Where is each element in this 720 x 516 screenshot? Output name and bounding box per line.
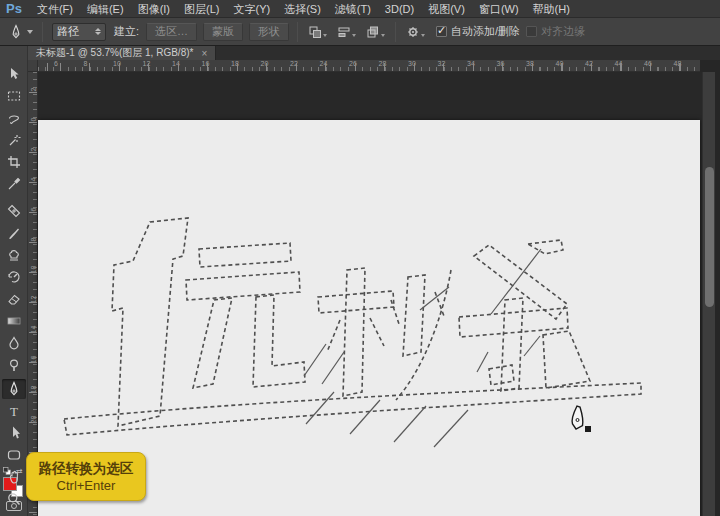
make-shape-button[interactable]: 形状 [249, 23, 289, 41]
dodge-tool[interactable] [2, 355, 26, 375]
path-arrangement-button[interactable] [363, 23, 388, 41]
photoshop-logo: Ps [0, 1, 30, 16]
clone-stamp-tool[interactable] [2, 245, 26, 265]
select-arrows-icon [95, 28, 101, 35]
magic-wand-tool[interactable] [2, 130, 26, 150]
document-title: 未标题-1 @ 53.7%(图层 1, RGB/8)* [36, 46, 193, 60]
chevron-down-icon [27, 30, 33, 34]
pen-icon [8, 24, 24, 40]
tools-panel: ⇄ T [0, 46, 28, 516]
hruler-number: 44 [615, 60, 623, 67]
zoom-tool[interactable] [2, 489, 26, 509]
separator [395, 22, 396, 42]
hand-tool[interactable] [2, 467, 26, 487]
scrollbar-thumb[interactable] [705, 167, 714, 307]
shape-tool[interactable] [2, 445, 26, 465]
healing-brush-tool[interactable] [2, 201, 26, 221]
separator [297, 22, 298, 42]
vruler-number: 12 [30, 296, 37, 304]
crop-tool[interactable] [2, 152, 26, 172]
lasso-tool[interactable] [2, 108, 26, 128]
pen-tool-preset[interactable] [0, 24, 37, 40]
menu-item-5[interactable]: 选择(S) [277, 3, 328, 15]
vruler-number: 16 [30, 356, 37, 364]
vruler-number: 14 [30, 326, 37, 334]
menu-item-2[interactable]: 图像(I) [131, 3, 177, 15]
chevron-down-icon [381, 34, 385, 37]
document-tab[interactable]: 未标题-1 @ 53.7%(图层 1, RGB/8)* × [28, 46, 216, 60]
type-tool[interactable]: T [2, 401, 26, 421]
hruler-number: 14 [172, 60, 180, 67]
gradient-tool[interactable] [2, 311, 26, 331]
vruler-number: 18 [30, 386, 37, 394]
blur-tool[interactable] [2, 333, 26, 353]
pen-settings-button[interactable] [403, 23, 428, 41]
menu-item-8[interactable]: 视图(V) [421, 3, 472, 15]
path-alignment-button[interactable] [334, 23, 359, 41]
gear-icon [406, 25, 420, 39]
hruler-number: 42 [585, 60, 593, 67]
tool-mode-select[interactable]: 路径 [52, 23, 106, 41]
hruler-number: 40 [556, 60, 564, 67]
menu-item-6[interactable]: 滤镜(T) [328, 3, 378, 15]
hruler-number: 18 [231, 60, 239, 67]
chevron-down-icon [323, 34, 327, 37]
align-edges-checkbox[interactable] [526, 26, 537, 37]
menu-item-3[interactable]: 图层(L) [177, 3, 226, 15]
vruler-number: 0 [30, 116, 37, 124]
hruler-number: 20 [261, 60, 269, 67]
menu-item-4[interactable]: 文字(Y) [226, 3, 277, 15]
ruler-corner [28, 60, 38, 72]
move-tool[interactable] [2, 64, 26, 84]
menu-item-9[interactable]: 窗口(W) [472, 3, 526, 15]
menu-item-1[interactable]: 编辑(E) [80, 3, 131, 15]
vruler-number: 10 [30, 266, 37, 274]
vruler-number: 8 [30, 236, 37, 244]
eraser-tool[interactable] [2, 289, 26, 309]
hruler-number: 36 [497, 60, 505, 67]
hruler-number: 34 [467, 60, 475, 67]
hruler-number: 48 [674, 60, 682, 67]
marquee-tool[interactable] [2, 86, 26, 106]
vruler-number: 20 [30, 416, 37, 424]
auto-add-delete-label: 自动添加/删除 [451, 24, 520, 39]
menu-item-10[interactable]: 帮助(H) [526, 3, 577, 15]
path-selection-tool[interactable] [2, 423, 26, 443]
window-edge [715, 72, 720, 516]
vertical-scrollbar[interactable] [702, 72, 715, 516]
vruler-number: 6 [30, 206, 37, 214]
hruler-number: 16 [202, 60, 210, 67]
path-arrange-icon [366, 25, 380, 39]
close-icon[interactable]: × [201, 48, 207, 59]
menu-bar: Ps 文件(F)编辑(E)图像(I)图层(L)文字(Y)选择(S)滤镜(T)3D… [0, 0, 720, 18]
hruler-number: 26 [349, 60, 357, 67]
history-brush-tool[interactable] [2, 267, 26, 287]
pen-tool[interactable] [2, 379, 26, 399]
hruler-number: 12 [143, 60, 151, 67]
chevron-down-icon [352, 34, 356, 37]
make-selection-button[interactable]: 选区… [146, 23, 197, 41]
vruler-number: 2 [30, 146, 37, 154]
canvas-pasteboard[interactable] [38, 72, 702, 516]
path-operations-button[interactable] [305, 23, 330, 41]
hruler-number: 10 [113, 60, 121, 67]
hruler-number: 38 [526, 60, 534, 67]
menu-item-0[interactable]: 文件(F) [30, 3, 80, 15]
hruler-number: 28 [379, 60, 387, 67]
tooltip-text: 路径转换为选区 [31, 460, 141, 477]
hruler-number: 8 [84, 60, 88, 67]
tool-mode-value: 路径 [57, 24, 79, 39]
path-align-icon [337, 25, 351, 39]
vruler-number: 4 [30, 176, 37, 184]
path-operations-icon [308, 25, 322, 39]
align-edges-label: 对齐边缘 [541, 24, 585, 39]
vruler-number: 2 [30, 86, 37, 94]
brush-tool[interactable] [2, 223, 26, 243]
menu-item-7[interactable]: 3D(D) [378, 3, 421, 15]
make-mask-button[interactable]: 蒙版 [203, 23, 243, 41]
separator [42, 22, 43, 42]
eyedropper-tool[interactable] [2, 174, 26, 194]
svg-text:T: T [10, 404, 18, 419]
hruler-number: 24 [320, 60, 328, 67]
auto-add-delete-checkbox[interactable] [436, 26, 447, 37]
